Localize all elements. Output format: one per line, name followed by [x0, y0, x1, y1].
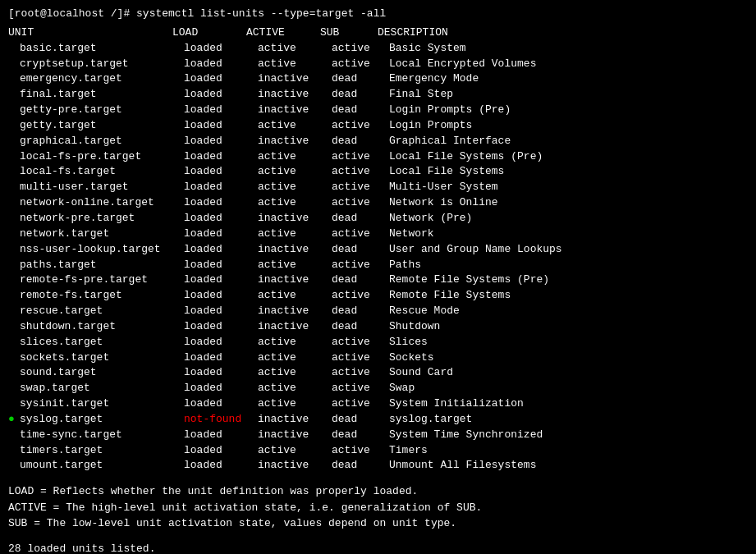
unit-desc: System Initialization: [389, 396, 748, 412]
unit-active: inactive: [258, 211, 332, 227]
bullet-cell: ●: [8, 412, 20, 428]
row-content: emergency.targetloadedinactivedeadEmerge…: [20, 71, 748, 87]
unit-desc: Local File Systems (Pre): [389, 149, 748, 165]
unit-rows: basic.targetloadedactiveactiveBasic Syst…: [8, 41, 748, 474]
unit-desc: Multi-User System: [389, 180, 748, 195]
unit-name: final.target: [20, 87, 184, 103]
unit-load: loaded: [184, 134, 258, 149]
unit-sub: dead: [332, 87, 389, 103]
unit-load: loaded: [184, 242, 258, 258]
unit-desc: Network: [389, 227, 748, 242]
bullet-cell: [8, 365, 20, 381]
bullet-cell: [8, 103, 20, 118]
unit-sub: active: [332, 195, 389, 211]
table-row: umount.targetloadedinactivedeadUnmount A…: [8, 458, 748, 474]
unit-load: loaded: [184, 396, 258, 412]
bullet-cell: [8, 319, 20, 335]
table-row: getty-pre.targetloadedinactivedeadLogin …: [8, 103, 748, 118]
unit-load: loaded: [184, 41, 258, 57]
bullet-cell: [8, 134, 20, 149]
unit-name: nss-user-lookup.target: [20, 242, 184, 258]
header-sub: SUB: [320, 25, 378, 41]
bullet-cell: [8, 57, 20, 72]
unit-name: rescue.target: [20, 304, 184, 319]
footer-line1: LOAD = Reflects whether the unit definit…: [8, 483, 748, 500]
footer-section: LOAD = Reflects whether the unit definit…: [8, 483, 748, 532]
row-content: remote-fs.targetloadedactiveactiveRemote…: [20, 288, 748, 304]
unit-name: time-sync.target: [20, 428, 184, 443]
table-row: emergency.targetloadedinactivedeadEmerge…: [8, 71, 748, 87]
unit-desc: Unmount All Filesystems: [389, 458, 748, 474]
unit-desc: Network (Pre): [389, 211, 748, 227]
row-content: cryptsetup.targetloadedactiveactiveLocal…: [20, 57, 748, 72]
unit-desc: Swap: [389, 381, 748, 396]
unit-active: inactive: [258, 428, 332, 443]
unit-name: network-online.target: [20, 195, 184, 211]
unit-sub: active: [332, 227, 389, 242]
unit-active: active: [258, 288, 332, 304]
unit-load: loaded: [184, 319, 258, 335]
unit-active: inactive: [258, 272, 332, 288]
unit-load: loaded: [184, 164, 258, 180]
table-row: remote-fs-pre.targetloadedinactivedeadRe…: [8, 272, 748, 288]
unit-name: swap.target: [20, 381, 184, 396]
unit-active: active: [258, 227, 332, 242]
row-content: shutdown.targetloadedinactivedeadShutdow…: [20, 319, 748, 335]
row-content: network-pre.targetloadedinactivedeadNetw…: [20, 211, 748, 227]
row-content: graphical.targetloadedinactivedeadGraphi…: [20, 134, 748, 149]
unit-name: basic.target: [20, 41, 184, 57]
header-unit: UNIT: [8, 25, 172, 41]
bullet-cell: [8, 242, 20, 258]
unit-active: inactive: [258, 319, 332, 335]
unit-active: active: [258, 443, 332, 459]
unit-desc: Paths: [389, 258, 748, 273]
unit-active: active: [258, 365, 332, 381]
unit-active: active: [258, 350, 332, 366]
bullet-cell: [8, 71, 20, 87]
unit-active: active: [258, 335, 332, 350]
unit-sub: dead: [332, 211, 389, 227]
unit-desc: Local Encrypted Volumes: [389, 57, 748, 72]
table-row: nss-user-lookup.targetloadedinactivedead…: [8, 242, 748, 258]
bullet-cell: [8, 211, 20, 227]
row-content: sysinit.targetloadedactiveactiveSystem I…: [20, 396, 748, 412]
header-row: UNIT LOAD ACTIVE SUB DESCRIPTION: [8, 25, 748, 41]
unit-sub: dead: [332, 428, 389, 443]
bullet-cell: [8, 180, 20, 195]
header-load: LOAD: [172, 25, 246, 41]
table-row: final.targetloadedinactivedeadFinal Step: [8, 87, 748, 103]
unit-name: syslog.target: [20, 412, 184, 428]
unit-desc: Sound Card: [389, 365, 748, 381]
unit-name: slices.target: [20, 335, 184, 350]
unit-load: loaded: [184, 258, 258, 273]
table-row: time-sync.targetloadedinactivedeadSystem…: [8, 428, 748, 443]
bullet-cell: [8, 350, 20, 366]
unit-name: network-pre.target: [20, 211, 184, 227]
unit-name: umount.target: [20, 458, 184, 474]
unit-load: loaded: [184, 103, 258, 118]
row-content: network.targetloadedactiveactiveNetwork: [20, 227, 748, 242]
unit-load: loaded: [184, 57, 258, 72]
unit-sub: dead: [332, 242, 389, 258]
unit-active: inactive: [258, 242, 332, 258]
unit-desc: Emergency Mode: [389, 71, 748, 87]
prompt-text: [root@localhost /]# systemctl list-units…: [8, 7, 386, 20]
unit-load: loaded: [184, 195, 258, 211]
row-content: multi-user.targetloadedactiveactiveMulti…: [20, 180, 748, 195]
table-row: local-fs.targetloadedactiveactiveLocal F…: [8, 164, 748, 180]
summary-section: 28 loaded units listed. To show all inst…: [8, 542, 748, 554]
unit-load: loaded: [184, 272, 258, 288]
unit-load: loaded: [184, 350, 258, 366]
unit-sub: dead: [332, 272, 389, 288]
row-content: basic.targetloadedactiveactiveBasic Syst…: [20, 41, 748, 57]
unit-active: active: [258, 180, 332, 195]
row-content: sockets.targetloadedactiveactiveSockets: [20, 350, 748, 366]
unit-load: loaded: [184, 149, 258, 165]
row-content: syslog.targetnot-foundinactivedeadsyslog…: [20, 412, 748, 428]
unit-desc: Basic System: [389, 41, 748, 57]
bullet-cell: [8, 195, 20, 211]
unit-load: loaded: [184, 180, 258, 195]
table-row: network-online.targetloadedactiveactiveN…: [8, 195, 748, 211]
unit-name: local-fs-pre.target: [20, 149, 184, 165]
unit-desc: User and Group Name Lookups: [389, 242, 748, 258]
